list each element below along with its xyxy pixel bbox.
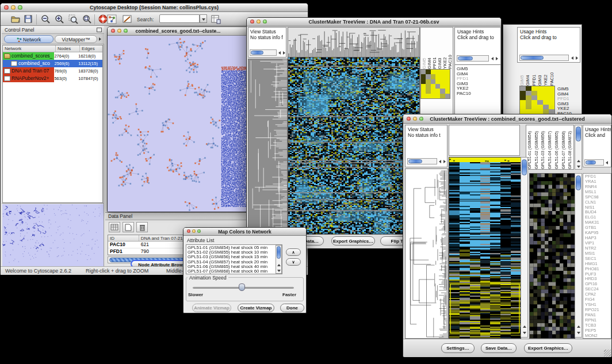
- animate-vizmap-button[interactable]: Animate Vizmap: [192, 304, 231, 312]
- gene-column-label[interactable]: PFD1: [531, 64, 537, 86]
- column-dendrogram-panel[interactable]: [449, 125, 520, 156]
- new-attribute-icon[interactable]: [123, 222, 134, 232]
- attribute-table-icon[interactable]: [109, 222, 120, 232]
- scroll-thumb[interactable]: [277, 246, 281, 259]
- delete-attribute-icon[interactable]: [136, 222, 148, 232]
- scroll-thumb[interactable]: [408, 159, 422, 163]
- zoom-window-icon[interactable]: [263, 20, 267, 24]
- zoom-in-icon[interactable]: [53, 13, 65, 25]
- scroll-thumb[interactable]: [251, 51, 263, 55]
- tab-vizmapper[interactable]: VizMapper™: [55, 35, 97, 43]
- zoom-window-icon[interactable]: [124, 29, 128, 33]
- gene-column-label[interactable]: GIM3: [437, 29, 442, 69]
- scroll-thumb[interactable]: [521, 56, 544, 60]
- array-column-label[interactable]: GPL51-07 (GSM868): [561, 126, 568, 169]
- row-dendrogram[interactable]: [405, 168, 449, 339]
- scroll-thumb[interactable]: [576, 127, 581, 141]
- scroll-left-icon[interactable]: [571, 56, 573, 60]
- scroll-up-icon[interactable]: [577, 160, 580, 162]
- zoom-heatmap-matrix[interactable]: [519, 86, 555, 114]
- minimize-icon[interactable]: [11, 5, 16, 10]
- heatmap-vscrollbar[interactable]: [521, 157, 528, 338]
- search-dropdown-button[interactable]: [200, 14, 207, 23]
- main-heatmap[interactable]: [288, 57, 420, 235]
- gene-column-label[interactable]: PFD1: [432, 29, 437, 69]
- close-icon[interactable]: [187, 229, 190, 233]
- scroll-left-icon[interactable]: [606, 161, 608, 164]
- col-nodes[interactable]: Nodes: [56, 45, 80, 52]
- export-table-icon[interactable]: [210, 13, 221, 25]
- col-id[interactable]: ID: [108, 235, 139, 241]
- create-vizmap-button[interactable]: Create Vizmap: [238, 304, 274, 312]
- attribute-item[interactable]: GPL51-07 (GSM868) heat shock 60 min: [188, 269, 281, 274]
- zoom-fit-icon[interactable]: [81, 13, 93, 25]
- col-edges[interactable]: Edges: [80, 45, 102, 52]
- treeview2-titlebar[interactable]: ClusterMaker TreeView : combined_scores_…: [403, 114, 611, 124]
- zoom-out-icon[interactable]: [40, 13, 51, 25]
- minimize-icon[interactable]: [257, 20, 261, 24]
- labels-vscrollbar[interactable]: [575, 125, 582, 170]
- scroll-right-icon[interactable]: [443, 160, 446, 163]
- gene-column-label[interactable]: GIM5: [422, 29, 427, 69]
- scroll-thumb[interactable]: [522, 159, 527, 175]
- export-graphics-button[interactable]: Export Graphics…: [524, 343, 572, 353]
- network-list-row[interactable]: combined_scores_ 2764(0) 16218(0): [3, 52, 102, 60]
- gene-column-label[interactable]: GIM4: [525, 64, 531, 86]
- minimize-icon[interactable]: [117, 29, 121, 33]
- scroll-down-icon[interactable]: [577, 166, 580, 168]
- gene-label[interactable]: MON2: [585, 334, 611, 339]
- gene-column-label[interactable]: GIM4: [427, 29, 432, 69]
- array-column-label[interactable]: GPL51-04 (GSM857): [547, 126, 554, 169]
- scroll-right-icon[interactable]: [496, 57, 498, 60]
- done-button[interactable]: Done: [280, 304, 304, 312]
- float-panel-icon[interactable]: [97, 28, 102, 32]
- row-dendrogram[interactable]: [248, 59, 288, 235]
- zoom-window-icon[interactable]: [197, 229, 201, 233]
- scroll-up-icon[interactable]: [577, 325, 580, 328]
- zoom-window-icon[interactable]: [18, 5, 22, 10]
- status-hscrollbar[interactable]: [250, 49, 277, 56]
- network-view-titlebar[interactable]: combined_scores_good.txt--cluste...: [108, 27, 248, 36]
- zoom-window-icon[interactable]: [419, 117, 423, 121]
- gene-column-label[interactable]: YKE2: [442, 29, 447, 69]
- gene-column-label[interactable]: YKE2: [543, 64, 549, 86]
- export-graphics-button[interactable]: Export Graphics…: [331, 236, 375, 246]
- move-up-button[interactable]: ∧: [286, 248, 301, 256]
- move-down-button[interactable]: ∨: [286, 258, 301, 266]
- network-node-icon[interactable]: [106, 13, 117, 25]
- minimize-icon[interactable]: [192, 229, 196, 233]
- network-list-row[interactable]: RNAPuberNov2+ 563(0) 107847(0): [3, 75, 102, 82]
- scroll-left-icon[interactable]: [439, 160, 441, 163]
- scroll-down-icon[interactable]: [277, 270, 281, 272]
- close-icon[interactable]: [407, 117, 411, 121]
- scroll-down-icon[interactable]: [523, 332, 526, 334]
- usage-hscrollbar[interactable]: [519, 55, 569, 61]
- search-input[interactable]: [159, 14, 200, 23]
- gene-column-label[interactable]: PAC10: [549, 64, 555, 86]
- tab-network[interactable]: Network: [4, 35, 53, 43]
- gene-label[interactable]: PAC10: [457, 91, 497, 97]
- zoom-heatmap[interactable]: [529, 173, 575, 339]
- network-list-row[interactable]: combined_sco 2569(6) 13112(15): [3, 60, 102, 67]
- save-data-button[interactable]: Save Data…: [481, 343, 517, 353]
- usage-hscrollbar[interactable]: [584, 159, 604, 166]
- resize-grip[interactable]: [604, 350, 611, 357]
- birdseye-view[interactable]: [2, 203, 104, 266]
- col-network[interactable]: Network: [3, 45, 56, 52]
- status-hscrollbar[interactable]: [407, 158, 437, 164]
- close-icon[interactable]: [111, 29, 115, 33]
- scroll-left-icon[interactable]: [278, 51, 281, 55]
- array-column-label[interactable]: GPL51-06 (GSM865): [554, 126, 561, 169]
- scroll-thumb[interactable]: [458, 56, 473, 60]
- gene-column-label[interactable]: GIM3: [537, 64, 543, 86]
- annotation-icon[interactable]: [121, 13, 133, 25]
- speed-slider-thumb[interactable]: [239, 283, 245, 291]
- scroll-thumb[interactable]: [586, 160, 596, 164]
- zoom-vscrollbar[interactable]: [575, 173, 582, 338]
- array-column-label[interactable]: GPL51-02 (GSM855): [534, 126, 541, 169]
- scroll-left-icon[interactable]: [491, 57, 494, 60]
- scroll-up-icon[interactable]: [277, 264, 281, 266]
- network-list-row[interactable]: DNA and Tran 07 769(0) 183728(0): [3, 67, 102, 75]
- main-titlebar[interactable]: Cytoscape Desktop (Session Name: collins…: [1, 3, 308, 12]
- close-icon[interactable]: [4, 5, 9, 10]
